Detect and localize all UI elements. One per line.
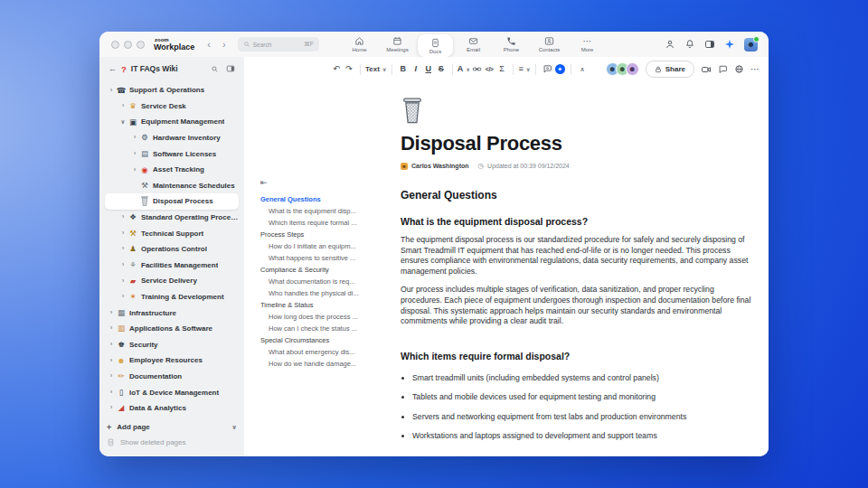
toc-item[interactable]: What happens to sensitive ... [260,254,385,266]
sidebar-item[interactable]: › ⚘ Facilities Management [105,258,239,274]
chevron-icon[interactable]: › [107,88,116,94]
chevron-icon[interactable]: › [107,310,116,316]
chevron-icon[interactable]: › [107,373,116,380]
chevron-icon[interactable]: › [107,389,116,396]
user-avatar[interactable]: ☻ [744,38,758,52]
toc-item[interactable]: Process Steps [260,230,385,242]
profile-icon[interactable] [665,39,675,50]
chevron-icon[interactable]: ∨ [118,119,127,126]
text-color-dropdown[interactable]: A∨ [458,62,470,77]
chevron-icon[interactable]: › [107,405,116,411]
zoom-window-button[interactable] [137,41,145,49]
sidebar-item[interactable]: › ⚙ Hardware Inventory [105,130,239,146]
chevron-icon[interactable]: › [130,135,139,141]
toc-item[interactable]: What about emergency dis... [260,348,385,360]
tab-email[interactable]: Email [456,33,491,56]
author-name[interactable]: Carlos Washington [411,163,469,169]
tab-docs[interactable]: Docs [418,34,453,57]
link-icon[interactable] [472,64,482,74]
comment-icon[interactable] [542,64,552,74]
sidebar-item[interactable]: Disposal Process [105,193,239,210]
sidebar-item[interactable]: › ▦ Infrastructure [105,305,239,321]
close-window-button[interactable] [111,41,119,49]
chevron-icon[interactable]: › [107,325,116,332]
sidebar-item[interactable]: › ▥ Applications & Software [105,321,239,337]
toc-item[interactable]: How long does the process ... [260,313,385,324]
window-controls[interactable] [111,41,145,49]
text-style-dropdown[interactable]: Text∨ [365,62,387,77]
sidebar-item[interactable]: › ☻ Employee Resources [105,352,239,369]
sidebar-item[interactable]: › ◉ Asset Tracking [105,162,239,178]
tab-phone[interactable]: Phone [494,33,529,56]
collapse-toolbar-button[interactable]: ∧ [576,62,589,77]
sidebar-item[interactable]: › ▯ IoT & Device Management [105,384,239,400]
chevron-icon[interactable]: › [107,358,116,364]
chevron-icon[interactable]: › [118,214,127,221]
toc-item[interactable]: How do we handle damage... [260,360,385,371]
toc-item[interactable]: Timeline & Status [260,301,385,313]
chevron-icon[interactable]: › [130,151,139,157]
strikethrough-button[interactable]: S [435,62,448,77]
toc-item[interactable]: How do I initiate an equipm... [260,242,385,254]
sidebar-item[interactable]: › ✶ Training & Development [105,289,239,305]
code-button[interactable]: </> [483,62,495,77]
redo-button[interactable]: ↷ [343,62,355,77]
share-button[interactable]: Share [646,61,694,78]
equation-button[interactable]: Σ [495,62,508,77]
toc-item[interactable]: Who handles the physical di... [260,289,385,301]
notifications-bell-icon[interactable] [684,39,695,50]
chat-icon[interactable] [718,64,728,74]
sidebar-search-icon[interactable] [211,65,219,73]
add-page-button[interactable]: + Add page ∨ [107,419,237,435]
tab-contacts[interactable]: Contacts [532,33,567,56]
toc-item[interactable]: Compliance & Security [260,266,385,277]
toc-item[interactable]: What documentation is req... [260,277,385,289]
toc-item[interactable]: General Questions [260,195,385,207]
sidebar-item[interactable]: › ☎ Support & Operations [105,82,239,99]
list-format-dropdown[interactable]: ≡∨ [518,62,531,77]
minimize-window-button[interactable] [124,41,132,49]
forward-button[interactable]: › [222,40,226,50]
tab-more[interactable]: ⋯ More [570,33,605,56]
chevron-icon[interactable]: › [107,342,116,348]
bold-button[interactable]: B [397,62,410,77]
chevron-icon[interactable]: › [118,246,127,252]
sidebar-item[interactable]: › ▰ Service Delivery [105,273,239,289]
chevron-icon[interactable]: › [118,103,127,109]
chevron-icon[interactable]: › [130,167,139,174]
toc-collapse-icon[interactable]: ⇤ [260,178,385,187]
global-search-input[interactable]: Search ⌘F [238,37,319,52]
sidebar-item[interactable]: › ◢ Data & Analytics [105,400,239,417]
ai-companion-button[interactable]: ✦ [555,64,565,74]
sidebar-item[interactable]: › ♚ Security [105,337,239,353]
sidebar-item[interactable]: › ♟ Operations Control [105,241,239,258]
ai-companion-icon[interactable] [724,39,735,50]
toc-item[interactable]: Which items require formal ... [260,219,385,230]
globe-icon[interactable] [734,64,744,74]
more-options-icon[interactable]: ⋯ [750,64,760,74]
sidebar-item[interactable]: › ▤ Software Licenses [105,145,239,162]
sidebar-item[interactable]: ⚒ Maintenance Schedules [105,178,239,194]
sidebar-item[interactable]: › ❖ Standard Operating Procedures [105,210,239,226]
sidebar-collapse-icon[interactable] [226,64,235,73]
toc-item[interactable]: How can I check the status ... [260,324,385,336]
collaborator-avatars[interactable]: ☻ ☻ ☻ [606,62,639,76]
tab-meetings[interactable]: Meetings [380,33,415,56]
sidebar-item[interactable]: › ♛ Service Desk [105,99,239,115]
italic-button[interactable]: I [410,62,422,77]
underline-button[interactable]: U [422,62,435,77]
tab-home[interactable]: Home [342,33,377,56]
chevron-icon[interactable]: › [118,262,127,268]
back-button[interactable]: ‹ [207,40,211,50]
chevron-icon[interactable]: › [118,230,127,237]
side-panel-icon[interactable] [704,39,715,50]
undo-button[interactable]: ↶ [330,62,343,77]
video-call-icon[interactable] [701,64,712,75]
sidebar-item[interactable]: ∨ ▣ Equipment Management [105,114,239,130]
sidebar-item[interactable]: › ⚒ Technical Support [105,225,239,241]
show-deleted-pages-button[interactable]: Show deleted pages [107,435,237,449]
toc-item[interactable]: Special Circumstances [260,336,385,348]
chevron-down-icon[interactable]: ∨ [231,424,237,431]
chevron-icon[interactable]: › [118,294,127,300]
sidebar-back-button[interactable]: ← [108,64,117,73]
